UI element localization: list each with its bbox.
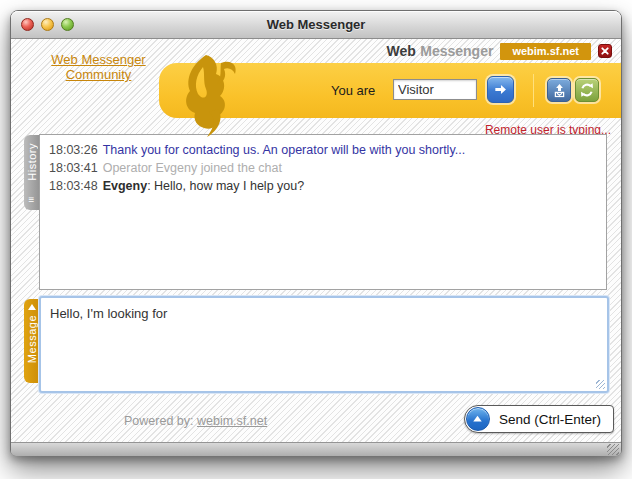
- brand-messenger: Messenger: [420, 43, 493, 59]
- refresh-icon: [579, 82, 595, 98]
- powered-by-link[interactable]: webim.sf.net: [197, 414, 267, 428]
- tab-history[interactable]: History ≡: [24, 135, 39, 210]
- you-are-label: You are: [331, 83, 375, 98]
- send-button[interactable]: Send (Ctrl-Enter): [464, 405, 614, 433]
- message-tab-label: Message: [26, 315, 38, 363]
- brand-web: Web: [386, 43, 415, 59]
- close-chat-button[interactable]: [598, 44, 612, 58]
- brand-name: Web Messenger: [386, 42, 493, 60]
- grip-icon: ≡: [29, 195, 35, 205]
- window-bottom-bar: [11, 442, 621, 456]
- site-badge[interactable]: webim.sf.net: [500, 43, 591, 60]
- chat-message: 18:03:26Thank you for contacting us. An …: [49, 141, 597, 159]
- chat-message: 18:03:48Evgeny: Hello, how may I help yo…: [49, 177, 597, 195]
- community-link[interactable]: Web Messenger Community: [41, 52, 156, 82]
- message-input[interactable]: Hello, I'm looking for: [39, 296, 609, 393]
- powered-by: Powered by: webim.sf.net: [124, 414, 267, 428]
- brand-row: Web Messenger webim.sf.net: [386, 42, 612, 60]
- webim-logo-icon: [181, 54, 239, 138]
- chat-page: Web Messenger webim.sf.net Web Messenger…: [11, 39, 621, 442]
- chat-history[interactable]: 18:03:26Thank you for contacting us. An …: [39, 134, 607, 290]
- window-titlebar[interactable]: Web Messenger: [11, 11, 621, 39]
- refresh-button[interactable]: [575, 78, 599, 102]
- tab-message[interactable]: Message: [24, 299, 39, 383]
- chat-message: 18:03:41Operator Evgeny joined the chat: [49, 159, 597, 177]
- history-tab-label: History: [26, 143, 38, 181]
- powered-by-label: Powered by:: [124, 414, 193, 428]
- visitor-name-input[interactable]: [393, 79, 477, 100]
- arrow-right-icon: [493, 82, 508, 97]
- textarea-resize-grip[interactable]: [596, 380, 605, 389]
- change-name-button[interactable]: [487, 76, 514, 103]
- app-window: Web Messenger Web Messenger webim.sf.net…: [10, 10, 622, 456]
- send-arrow-icon: [466, 407, 490, 431]
- window-title: Web Messenger: [11, 17, 621, 32]
- window-resize-grip[interactable]: [607, 444, 619, 455]
- triangle-up-icon: [28, 304, 36, 310]
- mail-history-button[interactable]: [547, 78, 571, 102]
- mail-history-icon: [552, 83, 567, 98]
- close-icon: [600, 46, 610, 56]
- chat-lines: 18:03:26Thank you for contacting us. An …: [49, 141, 597, 195]
- send-button-label: Send (Ctrl-Enter): [499, 412, 601, 427]
- message-area: Hello, I'm looking for: [39, 296, 609, 393]
- banner-divider: [533, 74, 534, 107]
